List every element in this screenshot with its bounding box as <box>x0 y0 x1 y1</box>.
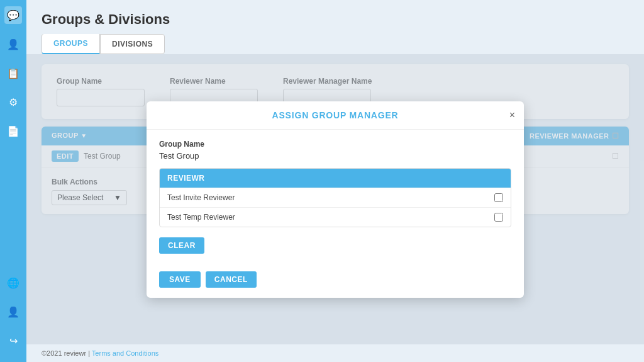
reviewer-row-2: Test Temp Reviewer <box>160 207 511 227</box>
modal-body: Group Name Test Group REVIEWR Test Invit… <box>147 130 524 271</box>
sidebar-gear-icon[interactable]: ⚙ <box>4 93 22 111</box>
page-header: Groups & Divisions <box>26 0 644 34</box>
modal-group-name-value: Test Group <box>159 151 511 161</box>
sidebar-user-icon[interactable]: 👤 <box>4 303 22 320</box>
modal-header: ASSIGN GROUP MANAGER × <box>147 101 524 130</box>
sidebar-person-icon[interactable]: 👤 <box>4 35 22 53</box>
modal-overlay: ASSIGN GROUP MANAGER × Group Name Test G… <box>26 54 644 344</box>
footer-copyright: ©2021 reviewr | <box>42 349 92 357</box>
modal-title: ASSIGN GROUP MANAGER <box>272 110 399 120</box>
tab-divisions[interactable]: DIVISIONS <box>100 34 165 54</box>
sidebar: 💬 👤 📋 ⚙ 📄 🌐 👤 ↪ <box>0 0 26 362</box>
save-button[interactable]: SAVE <box>159 271 201 288</box>
page-title: Groups & Divisions <box>42 11 629 28</box>
sidebar-bottom: 🌐 👤 ↪ <box>4 274 22 362</box>
reviewer-row-1: Test Invite Reviewer <box>160 188 511 207</box>
reviewer-name-1: Test Invite Reviewer <box>167 193 235 202</box>
sidebar-calendar-icon[interactable]: 📋 <box>4 64 22 82</box>
cancel-button[interactable]: CANCEL <box>206 271 257 288</box>
modal-close-button[interactable]: × <box>509 110 515 121</box>
footer: ©2021 reviewr | Terms and Conditions <box>26 344 644 362</box>
reviewer-checkbox-2[interactable] <box>494 213 503 222</box>
modal-group-name-label: Group Name <box>159 140 511 149</box>
tab-groups[interactable]: GROUPS <box>42 34 100 54</box>
tabs-bar: GROUPS DIVISIONS <box>26 34 644 54</box>
assign-group-manager-modal: ASSIGN GROUP MANAGER × Group Name Test G… <box>147 101 524 298</box>
reviewer-table: REVIEWR Test Invite Reviewer Test Temp R… <box>159 168 511 227</box>
sidebar-globe-icon[interactable]: 🌐 <box>4 274 22 291</box>
main-content: Groups & Divisions GROUPS DIVISIONS Grou… <box>26 0 644 362</box>
modal-footer: SAVE CANCEL <box>147 271 524 298</box>
modal-clear-section: CLEAR <box>159 237 511 254</box>
clear-button[interactable]: CLEAR <box>159 237 204 254</box>
sidebar-chat-icon[interactable]: 💬 <box>4 6 22 24</box>
terms-link[interactable]: Terms and Conditions <box>92 349 158 357</box>
sidebar-logout-icon[interactable]: ↪ <box>4 332 22 349</box>
reviewer-checkbox-1[interactable] <box>494 193 503 202</box>
content-area: Group Name Reviewer Name Reviewer Manage… <box>26 54 644 344</box>
reviewer-table-header: REVIEWR <box>160 169 511 188</box>
sidebar-document-icon[interactable]: 📄 <box>4 122 22 140</box>
reviewer-name-2: Test Temp Reviewer <box>167 213 235 222</box>
